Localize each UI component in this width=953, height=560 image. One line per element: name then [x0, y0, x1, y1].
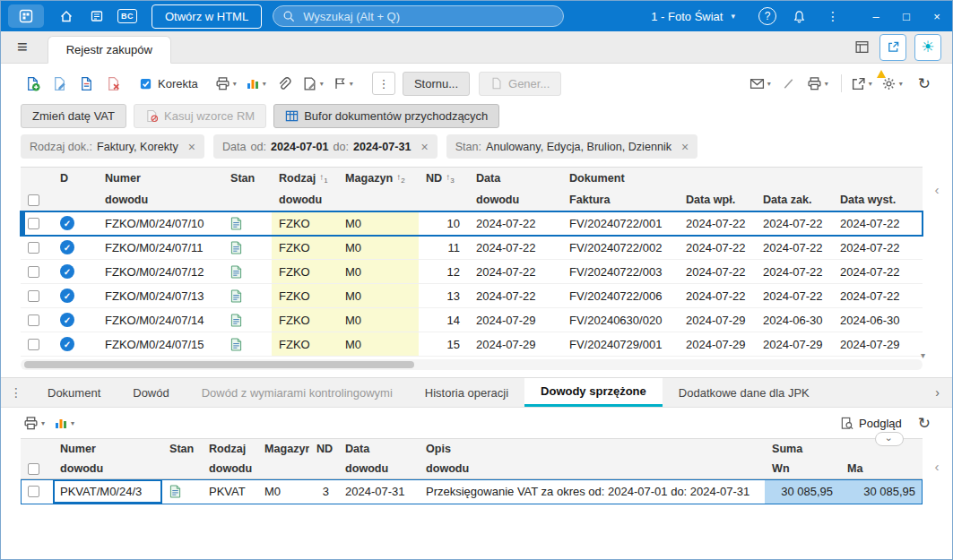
- cell-rodzaj-dowodu[interactable]: FZKO: [272, 211, 338, 235]
- column-header-magazyn[interactable]: Magazyn: [257, 439, 309, 459]
- column-header-data[interactable]: Data: [469, 168, 562, 189]
- cell-data-dowodu[interactable]: 2024-07-29: [469, 308, 562, 332]
- assistant-button[interactable]: ☀: [914, 34, 941, 61]
- column-header-stan[interactable]: Stan: [162, 439, 202, 459]
- cell-data-wyst[interactable]: 2024-07-22: [833, 260, 923, 283]
- open-in-html-button[interactable]: Otwórz w HTML: [152, 4, 262, 29]
- tab-dodatkowe-dane-jpk[interactable]: Dodatkowe dane dla JPK: [663, 378, 826, 407]
- cell-stan[interactable]: [223, 236, 272, 259]
- cell-rodzaj-dowodu[interactable]: FZKO: [272, 236, 338, 259]
- cell-stan[interactable]: [223, 332, 272, 356]
- company-selector[interactable]: 1 - Foto Świat ▾: [651, 10, 735, 23]
- column-header-ma[interactable]: Ma: [840, 459, 923, 478]
- cell-data-wpl[interactable]: 2024-07-22: [679, 211, 756, 235]
- share-button[interactable]: [879, 34, 906, 61]
- settings-button[interactable]: ▾: [879, 71, 905, 96]
- cell-magazyn[interactable]: M0: [338, 260, 419, 283]
- pen-button[interactable]: [777, 71, 801, 96]
- hamburger-menu-button[interactable]: ≡: [8, 37, 37, 57]
- attachments-button[interactable]: [273, 71, 296, 96]
- cell-data-wpl[interactable]: 2024-07-22: [679, 236, 756, 259]
- table-row[interactable]: ✓ FZKO/M0/24/07/10 FZKO M0 10 2024-07-22…: [21, 211, 923, 236]
- notifications-button[interactable]: [785, 3, 812, 30]
- column-header-numer[interactable]: Numer: [98, 168, 223, 189]
- cell-data-dowodu[interactable]: 2024-07-31: [338, 479, 419, 504]
- remove-filter-icon[interactable]: ×: [681, 140, 689, 154]
- scrollbar-thumb[interactable]: [24, 361, 414, 368]
- cell-magazyn[interactable]: M0: [338, 308, 419, 332]
- cell-rodzaj-dowodu[interactable]: FZKO: [272, 284, 338, 307]
- cell-nd[interactable]: 3: [309, 479, 338, 504]
- refresh-button[interactable]: ↻: [918, 76, 931, 91]
- column-header-faktura[interactable]: Faktura: [562, 189, 679, 211]
- more-commands-button[interactable]: ⋮: [372, 72, 395, 95]
- cell-stan[interactable]: [223, 308, 272, 332]
- tab-dowod[interactable]: Dowód: [117, 378, 185, 407]
- cell-data-zak[interactable]: 2024-07-22: [756, 284, 833, 307]
- table-row[interactable]: ✓ FZKO/M0/24/07/14 FZKO M0 14 2024-07-29…: [21, 308, 923, 332]
- column-header-wn[interactable]: Wn: [765, 459, 840, 478]
- row-checkbox[interactable]: [28, 314, 39, 326]
- table-row[interactable]: PKVAT/M0/24/3 PKVAT M0 3 2024-07-31 Prze…: [21, 479, 923, 504]
- cell-data-wyst[interactable]: 2024-07-22: [833, 284, 923, 307]
- zmien-date-vat-button[interactable]: Zmień datę VAT: [21, 104, 126, 128]
- flag-button[interactable]: ▾: [330, 71, 356, 96]
- row-checkbox[interactable]: [28, 218, 39, 229]
- cell-numer-dowodu[interactable]: FZKO/M0/24/07/14: [98, 308, 223, 332]
- korekta-button[interactable]: Korekta: [134, 71, 204, 96]
- table-row[interactable]: ✓ FZKO/M0/24/07/11 FZKO M0 11 2024-07-22…: [21, 236, 923, 260]
- column-header-data-2[interactable]: dowodu: [338, 459, 419, 478]
- bc-module-button[interactable]: BC: [114, 3, 141, 30]
- cell-faktura[interactable]: FV/20240722/002: [562, 236, 679, 259]
- column-group-dokument[interactable]: Dokument: [562, 168, 923, 189]
- help-button[interactable]: ?: [758, 7, 776, 25]
- column-header-rodzaj[interactable]: Rodzaj: [202, 439, 257, 459]
- column-header-numer[interactable]: Numer: [53, 439, 162, 459]
- table-row[interactable]: ✓ FZKO/M0/24/07/15 FZKO M0 15 2024-07-29…: [21, 332, 923, 357]
- cell-nd[interactable]: 14: [419, 308, 469, 332]
- register-list-button[interactable]: [83, 3, 110, 30]
- cell-data-zak[interactable]: 2024-07-22: [756, 236, 833, 259]
- bufor-dokumentow-button[interactable]: Bufor dokumentów przychodzących: [273, 104, 499, 128]
- row-checkbox[interactable]: [28, 266, 39, 278]
- copy-document-button[interactable]: [74, 71, 98, 96]
- cell-faktura[interactable]: FV/20240722/003: [562, 260, 679, 283]
- cell-data-dowodu[interactable]: 2024-07-29: [469, 332, 562, 356]
- cell-rodzaj-dowodu[interactable]: FZKO: [272, 308, 338, 332]
- cell-data-wpl[interactable]: 2024-07-22: [679, 260, 756, 283]
- scroll-down-icon[interactable]: ▾: [921, 350, 925, 360]
- global-search[interactable]: [273, 5, 564, 27]
- stornuj-button[interactable]: Stornu...: [403, 72, 470, 96]
- home-button[interactable]: [53, 3, 80, 30]
- cell-data-dowodu[interactable]: 2024-07-22: [469, 260, 562, 283]
- detail-print-button[interactable]: ▾: [21, 410, 48, 435]
- edit-description-button[interactable]: ▾: [299, 71, 326, 96]
- select-all-checkbox[interactable]: [28, 463, 39, 475]
- column-header-nd[interactable]: ND ↑3: [419, 168, 469, 189]
- column-header-data-wyst[interactable]: Data wyst.: [833, 189, 923, 211]
- add-document-button[interactable]: [21, 71, 44, 96]
- cell-rodzaj-dowodu[interactable]: PKVAT: [202, 479, 257, 504]
- remove-filter-icon[interactable]: ×: [188, 140, 195, 154]
- row-checkbox[interactable]: [28, 242, 39, 254]
- tabs-overflow-button[interactable]: ›: [923, 378, 952, 407]
- row-checkbox[interactable]: [28, 290, 39, 302]
- close-button[interactable]: ×: [922, 1, 952, 31]
- filter-chip-rodzaj-dok[interactable]: Rodzaj dok.: Faktury, Korekty ×: [21, 134, 204, 159]
- column-header-d[interactable]: D: [53, 168, 98, 189]
- cell-faktura[interactable]: FV/20240722/001: [562, 211, 679, 235]
- cell-data-zak[interactable]: 2024-07-29: [756, 332, 833, 356]
- send-button[interactable]: ▾: [747, 71, 774, 96]
- filter-chip-stan[interactable]: Stan: Anulowany, Edycja, Brulion, Dzienn…: [446, 134, 698, 159]
- table-row[interactable]: ✓ FZKO/M0/24/07/13 FZKO M0 13 2024-07-22…: [21, 284, 923, 308]
- cell-data-wpl[interactable]: 2024-07-29: [679, 332, 756, 356]
- cell-opis-dowodu[interactable]: Przeksięgowanie VAT za okres od: 2024-07…: [419, 479, 765, 504]
- column-header-nd[interactable]: ND: [309, 439, 338, 459]
- app-logo[interactable]: [8, 4, 44, 28]
- cell-data-wyst[interactable]: 2024-06-30: [833, 308, 923, 332]
- cell-data-wyst[interactable]: 2024-07-29: [833, 332, 923, 356]
- column-header-opis-2[interactable]: dowodu: [419, 459, 765, 478]
- cell-data-wyst[interactable]: 2024-07-22: [833, 236, 923, 259]
- generuj-button[interactable]: Gener...: [479, 72, 561, 96]
- cell-faktura[interactable]: FV/20240729/001: [562, 332, 679, 356]
